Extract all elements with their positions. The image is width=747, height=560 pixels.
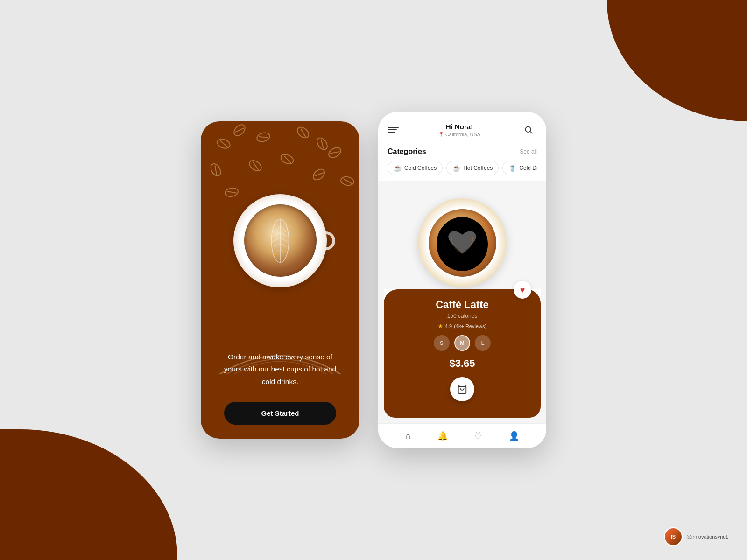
phone1-top: [201, 121, 359, 342]
hamburger-line2: [388, 129, 397, 130]
chip-hot-coffees[interactable]: ☕ Hot Coffees: [446, 161, 499, 175]
hamburger-line1: [388, 127, 399, 128]
product-card-bottom: ♥ Caffè Latte 150 calories ★ 4.9 (4k+ Re…: [384, 289, 541, 418]
header-greeting: Hi Nora!: [438, 123, 480, 131]
latte-art-svg: [251, 212, 309, 270]
hot-coffee-icon: ☕: [452, 164, 460, 172]
see-all-link[interactable]: See all: [520, 148, 537, 155]
rating-value: 4.9: [445, 323, 452, 329]
svg-line-4: [273, 232, 281, 237]
size-medium-button[interactable]: M: [454, 335, 470, 351]
add-to-cart-button[interactable]: [450, 377, 474, 401]
coffee-cup-top: [244, 204, 317, 277]
categories-header: Categories See all: [388, 147, 537, 156]
categories-section: Categories See all ☕ Cold Coffees ☕ Hot …: [378, 144, 546, 181]
bean: [247, 158, 264, 174]
svg-line-6: [272, 238, 280, 242]
size-large-button[interactable]: L: [475, 335, 491, 351]
bean: [310, 167, 327, 183]
heart-icon: ♥: [520, 285, 525, 295]
product-card-top: [384, 187, 541, 289]
nav-favorites-icon[interactable]: ♡: [474, 430, 482, 441]
cold-coffee-icon: ☕: [394, 164, 402, 172]
location-pin-icon: 📍: [438, 132, 444, 137]
coffee-inner: [429, 209, 496, 277]
phone1-splash: Order and awake every sense of yours wit…: [201, 121, 359, 439]
bean: [340, 175, 355, 187]
bean: [295, 125, 311, 141]
product-price: $3.65: [449, 357, 475, 370]
heart-latte-art: [429, 209, 496, 277]
arch-decoration: [215, 342, 345, 374]
header-location: 📍 California, USA: [438, 132, 480, 137]
svg-line-7: [280, 238, 289, 242]
svg-line-13: [530, 132, 533, 134]
app-header: Hi Nora! 📍 California, USA: [378, 112, 546, 144]
chip-hot-coffees-label: Hot Coffees: [463, 165, 493, 171]
cart-icon: [457, 384, 467, 394]
watermark: IS @innovationsync1: [664, 527, 728, 546]
bean: [314, 135, 330, 152]
bean: [224, 186, 239, 198]
bean: [215, 137, 232, 150]
star-icon: ★: [438, 323, 443, 329]
svg-line-5: [280, 232, 288, 237]
search-icon: [524, 125, 533, 134]
svg-line-2: [275, 226, 280, 232]
cold-drinks-icon: 🥤: [508, 164, 516, 172]
bg-blob-top-right: [607, 0, 747, 121]
reviews-count: (4k+ Reviews): [454, 323, 486, 329]
bean: [255, 131, 271, 143]
product-card-latte: ♥ Caffè Latte 150 calories ★ 4.9 (4k+ Re…: [384, 187, 541, 418]
bean: [208, 161, 223, 178]
phone2-app: Hi Nora! 📍 California, USA Categories Se…: [378, 112, 546, 448]
svg-point-12: [525, 126, 531, 132]
bean: [326, 145, 343, 160]
watermark-handle: @innovationsync1: [686, 534, 728, 539]
product-name: Caffè Latte: [436, 299, 489, 311]
hamburger-menu[interactable]: [388, 127, 399, 133]
header-center: Hi Nora! 📍 California, USA: [438, 123, 480, 137]
nav-home-icon[interactable]: ⌂: [405, 431, 411, 441]
chip-cold-coffees-label: Cold Coffees: [404, 165, 437, 171]
bg-blob-bottom-left: [0, 429, 177, 560]
svg-line-3: [280, 226, 286, 232]
category-chips: ☕ Cold Coffees ☕ Hot Coffees 🥤 Cold Drin…: [388, 161, 537, 175]
product-rating: ★ 4.9 (4k+ Reviews): [438, 323, 486, 329]
size-options: S M L: [434, 335, 491, 351]
phones-container: Order and awake every sense of yours wit…: [201, 112, 546, 448]
get-started-button[interactable]: Get Started: [224, 402, 336, 425]
bean: [279, 152, 296, 166]
chip-cold-drinks-label: Cold Drinks: [519, 165, 537, 171]
hamburger-line3: [388, 132, 395, 133]
search-button[interactable]: [520, 121, 537, 138]
svg-line-11: [280, 250, 285, 252]
bean: [231, 122, 247, 139]
bottom-navigation: ⌂ 🔔 ♡ 👤: [378, 423, 546, 448]
nav-profile-icon[interactable]: 👤: [509, 431, 519, 441]
product-calories: 150 calories: [447, 313, 478, 319]
svg-line-9: [280, 244, 287, 247]
chip-cold-drinks[interactable]: 🥤 Cold Drinks: [502, 161, 537, 175]
splash-bg-section: Order and awake every sense of yours wit…: [201, 342, 359, 439]
size-small-button[interactable]: S: [434, 335, 450, 351]
nav-notifications-icon[interactable]: 🔔: [437, 431, 448, 441]
watermark-avatar: IS: [664, 527, 683, 546]
product-coffee-image: [418, 198, 507, 287]
coffee-saucer: [233, 194, 327, 287]
svg-line-8: [274, 244, 280, 247]
product-area: ♥ Caffè Latte 150 calories ★ 4.9 (4k+ Re…: [378, 181, 546, 423]
categories-title: Categories: [388, 147, 426, 156]
svg-line-10: [275, 250, 280, 252]
favorite-button[interactable]: ♥: [514, 281, 531, 299]
chip-cold-coffees[interactable]: ☕ Cold Coffees: [388, 161, 443, 175]
